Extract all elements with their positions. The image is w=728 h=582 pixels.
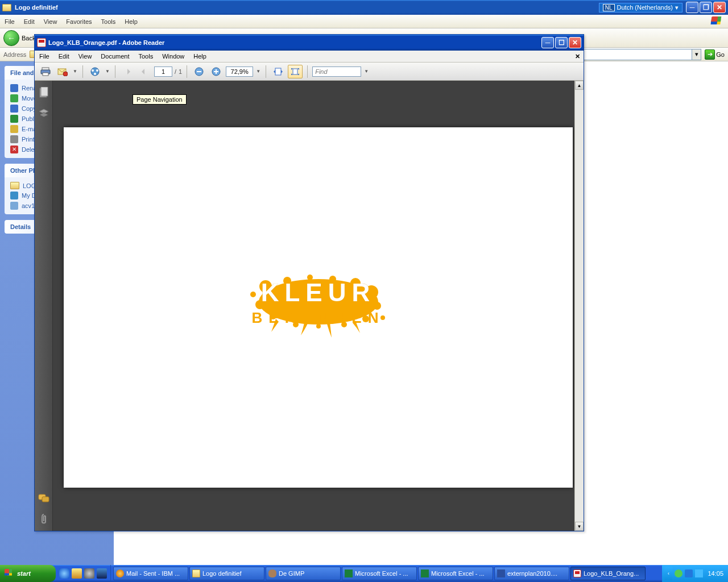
print-button[interactable] — [38, 65, 53, 78]
delete-icon: ✕ — [10, 146, 18, 153]
layers-panel-button[interactable] — [38, 107, 50, 119]
svg-point-8 — [94, 73, 96, 75]
task-excel1[interactable]: Microsoft Excel - ... — [342, 567, 417, 580]
document-scrollbar[interactable]: ▲ ▼ — [574, 81, 584, 531]
svg-rect-19 — [42, 497, 49, 502]
menu-view[interactable]: View — [74, 51, 97, 62]
page-separator: / — [175, 68, 176, 75]
attachments-panel-button[interactable] — [38, 513, 50, 525]
mail-icon[interactable] — [72, 568, 82, 579]
scroll-down-button[interactable]: ▼ — [575, 522, 584, 531]
media-icon[interactable] — [84, 568, 94, 579]
reader-maximize-button[interactable]: ☐ — [555, 37, 568, 48]
menu-view[interactable]: View — [44, 18, 57, 25]
page-total: 1 — [179, 68, 182, 75]
address-dropdown[interactable]: ▾ — [692, 49, 701, 60]
menu-file[interactable]: File — [35, 51, 54, 62]
scroll-up-button[interactable]: ▲ — [575, 81, 584, 90]
task-excel2[interactable]: Microsoft Excel - ... — [418, 567, 493, 580]
folder-icon — [2, 4, 11, 11]
back-label: Back — [22, 35, 35, 41]
globe-icon — [10, 115, 18, 123]
zoom-in-button[interactable] — [209, 65, 224, 78]
page-navigation-tooltip: Page Navigation — [133, 94, 187, 105]
documents-icon — [10, 192, 18, 199]
folder-icon — [10, 182, 19, 189]
quick-launch — [56, 565, 111, 582]
zoom-out-button[interactable] — [192, 65, 206, 78]
tray-icon[interactable] — [675, 569, 682, 577]
collaborate-button[interactable] — [88, 65, 102, 78]
zoom-dropdown[interactable]: ▼ — [255, 69, 261, 74]
svg-rect-13 — [216, 69, 217, 74]
reader-titlebar[interactable]: Logo_KLB_Orange.pdf - Adobe Reader ─ ☐ ✕ — [35, 35, 584, 51]
comments-panel-button[interactable] — [38, 492, 50, 505]
fit-page-button[interactable] — [288, 65, 303, 78]
language-indicator[interactable]: NL Dutch (Netherlands) ▾ — [599, 3, 682, 13]
pdf-page: KLEUR BEKENNEN — [64, 127, 573, 488]
tray-icon[interactable] — [685, 569, 693, 577]
word-icon — [497, 569, 505, 577]
menu-tools[interactable]: Tools — [134, 51, 158, 62]
excel-icon — [421, 569, 429, 577]
reader-minimize-button[interactable]: ─ — [541, 37, 554, 48]
logo-text-line2: BEKENNEN — [252, 309, 385, 327]
explorer-restore-button[interactable]: ❐ — [700, 2, 712, 13]
mdi-close-button[interactable]: ✕ — [572, 52, 584, 61]
taskbar-clock[interactable]: 14:05 — [708, 570, 723, 577]
menu-document[interactable]: Document — [96, 51, 134, 62]
reader-title: Logo_KLB_Orange.pdf - Adobe Reader — [48, 39, 164, 46]
explorer-close-button[interactable]: ✕ — [713, 2, 726, 13]
menu-file[interactable]: File — [5, 18, 15, 25]
document-area[interactable]: Page Navigation — [53, 81, 584, 531]
system-tray[interactable]: ‹ 14:05 — [662, 565, 728, 582]
menu-favorites[interactable]: Favorites — [66, 18, 92, 25]
menu-window[interactable]: Window — [158, 51, 189, 62]
svg-point-7 — [96, 69, 98, 72]
separator — [115, 65, 115, 78]
page-current-input[interactable] — [154, 66, 172, 77]
find-input[interactable] — [312, 66, 361, 77]
chevron-down-icon: ▾ — [675, 4, 679, 11]
explorer-minimize-button[interactable]: ─ — [686, 2, 698, 13]
next-page-button[interactable] — [137, 65, 152, 78]
menu-edit[interactable]: Edit — [24, 18, 35, 25]
rename-icon — [10, 84, 18, 92]
fit-width-button[interactable] — [271, 65, 286, 78]
move-icon — [10, 94, 18, 102]
windows-flag-icon — [5, 569, 15, 578]
go-button[interactable]: ➔ Go — [705, 49, 725, 60]
reader-window: Logo_KLB_Orange.pdf - Adobe Reader ─ ☐ ✕… — [34, 34, 584, 531]
task-mail[interactable]: Mail - Sent - IBM ... — [113, 567, 188, 580]
menu-help[interactable]: Help — [125, 18, 138, 25]
start-button[interactable]: start — [0, 565, 56, 582]
reader-toolbar: ▼ ▼ / 1 ▼ ▼ — [35, 63, 584, 81]
task-gimp[interactable]: De GIMP — [266, 567, 341, 580]
tray-expand-button[interactable]: ‹ — [664, 567, 672, 580]
prev-page-button[interactable] — [120, 65, 135, 78]
reader-menu: File Edit View Document Tools Window Hel… — [35, 51, 584, 63]
network-icon — [10, 202, 18, 210]
task-explorer[interactable]: Logo definitief — [189, 567, 264, 580]
logo-graphic: KLEUR BEKENNEN — [242, 271, 395, 344]
separator — [82, 65, 83, 78]
desktop-icon[interactable] — [97, 568, 107, 579]
menu-tools[interactable]: Tools — [101, 18, 116, 25]
email-dropdown[interactable]: ▼ — [72, 69, 78, 74]
copy-icon — [10, 105, 18, 113]
zoom-input[interactable] — [226, 66, 253, 77]
menu-edit[interactable]: Edit — [54, 51, 74, 62]
task-word[interactable]: externplan2010.... — [494, 567, 569, 580]
go-icon: ➔ — [705, 49, 715, 60]
lotus-icon — [116, 569, 124, 577]
ie-icon[interactable] — [59, 568, 69, 579]
back-button[interactable]: ← — [3, 30, 19, 46]
pages-panel-button[interactable] — [38, 86, 50, 99]
tray-icon[interactable] — [695, 569, 703, 577]
task-reader[interactable]: Logo_KLB_Orang... — [570, 567, 646, 580]
find-dropdown[interactable]: ▼ — [363, 69, 369, 74]
email-button[interactable] — [55, 65, 70, 78]
menu-help[interactable]: Help — [189, 51, 211, 62]
reader-close-button[interactable]: ✕ — [569, 37, 581, 48]
collaborate-dropdown[interactable]: ▼ — [105, 69, 110, 74]
